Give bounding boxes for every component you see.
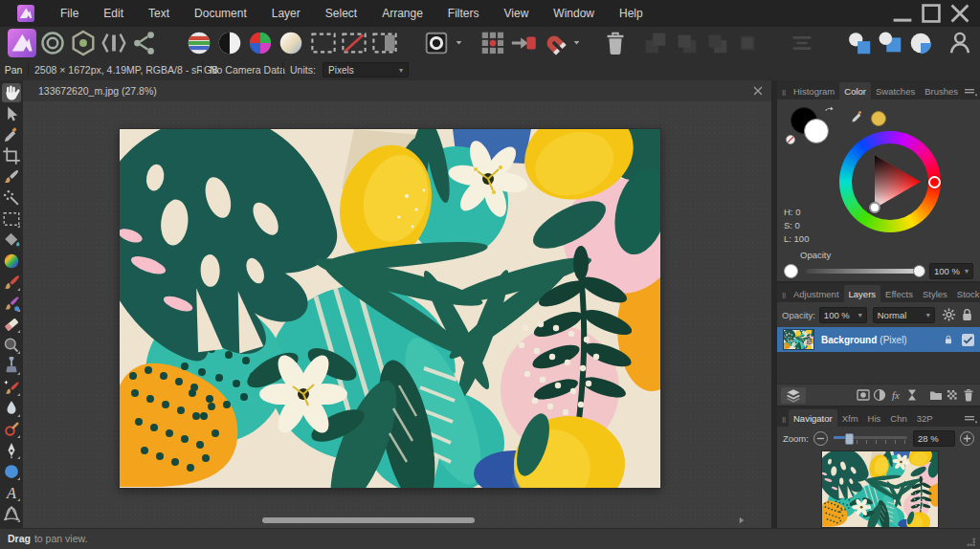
menu-document[interactable]: Document bbox=[182, 0, 259, 27]
paint-brush-tool[interactable] bbox=[2, 273, 21, 292]
crop-tool[interactable] bbox=[2, 146, 21, 165]
tab-his[interactable]: His bbox=[863, 409, 886, 427]
menu-layer[interactable]: Layer bbox=[259, 0, 313, 27]
colour-picker-tool[interactable] bbox=[2, 125, 21, 144]
snapping-button[interactable] bbox=[540, 30, 568, 55]
units-dropdown[interactable]: Pixels ▾ bbox=[323, 62, 409, 77]
tab-brushes[interactable]: Brushes bbox=[920, 82, 963, 99]
tab-navigator[interactable]: Navigator bbox=[789, 409, 837, 427]
resize-grip-icon[interactable] bbox=[964, 535, 977, 548]
tab-layers[interactable]: Layers bbox=[844, 285, 881, 302]
tab-xfm[interactable]: Xfm bbox=[837, 409, 863, 427]
menu-file[interactable]: File bbox=[48, 0, 91, 27]
blend-mode-dropdown[interactable]: Normal ▾ bbox=[873, 307, 935, 323]
saturation-triangle[interactable] bbox=[852, 143, 928, 220]
export-persona-button[interactable] bbox=[130, 30, 159, 55]
close-button[interactable] bbox=[946, 1, 974, 26]
move-tool[interactable] bbox=[2, 104, 21, 123]
menu-filters[interactable]: Filters bbox=[435, 0, 492, 27]
layer-opacity-dropdown[interactable]: 100 % ▾ bbox=[819, 307, 867, 323]
live-filter-icon[interactable] bbox=[904, 387, 920, 403]
insert-over-button[interactable] bbox=[845, 30, 874, 55]
develop-persona-button[interactable] bbox=[69, 30, 98, 55]
layer-row[interactable]: Background (Pixel) bbox=[777, 327, 980, 352]
text-tool[interactable]: A bbox=[2, 483, 21, 502]
maximize-button[interactable] bbox=[917, 1, 946, 26]
layers-stack-icon[interactable] bbox=[781, 387, 806, 404]
opacity-slider[interactable] bbox=[806, 269, 924, 274]
ellipse-tool[interactable] bbox=[2, 462, 21, 481]
menu-view[interactable]: View bbox=[492, 0, 542, 27]
tab-stock[interactable]: Stock bbox=[952, 285, 980, 302]
auto-contrast-button[interactable] bbox=[246, 30, 275, 55]
menu-window[interactable]: Window bbox=[541, 0, 607, 27]
photo-persona-button[interactable] bbox=[8, 30, 36, 55]
lock-icon[interactable] bbox=[959, 306, 975, 323]
zoom-in-button[interactable] bbox=[960, 431, 974, 446]
force-pixel-alignment-button[interactable] bbox=[509, 30, 538, 55]
tab-close-button[interactable] bbox=[751, 84, 765, 98]
swap-colors-icon[interactable] bbox=[823, 105, 836, 119]
flood-select-tool[interactable] bbox=[2, 188, 21, 208]
invert-selection-button[interactable] bbox=[370, 30, 399, 55]
colour-replacement-brush-tool[interactable] bbox=[2, 294, 21, 313]
delete-button[interactable] bbox=[601, 30, 630, 55]
no-color-swatch[interactable] bbox=[785, 134, 796, 145]
shade-selector[interactable] bbox=[869, 202, 880, 213]
scroll-right-icon[interactable] bbox=[736, 515, 747, 526]
color-wheel[interactable] bbox=[839, 131, 941, 232]
panel-grip-icon[interactable] bbox=[779, 289, 789, 302]
gradient-tool[interactable] bbox=[2, 252, 21, 271]
minimize-button[interactable] bbox=[888, 1, 917, 26]
panel-menu-icon[interactable] bbox=[963, 84, 978, 99]
auto-levels-button[interactable] bbox=[215, 30, 244, 55]
canvas[interactable] bbox=[23, 101, 771, 528]
smudge-brush-tool[interactable] bbox=[2, 420, 21, 439]
mask-layer-icon[interactable] bbox=[856, 387, 871, 403]
quick-mask-button[interactable] bbox=[422, 30, 451, 55]
eyedropper-icon[interactable] bbox=[850, 109, 865, 124]
menu-select[interactable]: Select bbox=[313, 0, 369, 27]
healing-brush-tool[interactable] bbox=[2, 378, 21, 397]
menu-arrange[interactable]: Arrange bbox=[369, 0, 435, 27]
snapping-grid-button[interactable] bbox=[479, 30, 507, 55]
tab-histogram[interactable]: Histogram bbox=[789, 82, 839, 99]
blend-ranges-icon[interactable] bbox=[945, 387, 960, 403]
opacity-value-box[interactable]: 100 % ▾ bbox=[929, 263, 973, 279]
zoom-slider[interactable] bbox=[834, 432, 907, 444]
group-layers-icon[interactable] bbox=[928, 387, 944, 403]
zoom-tool[interactable] bbox=[2, 336, 21, 355]
mesh-warp-tool[interactable] bbox=[2, 504, 21, 523]
tab-chn[interactable]: Chn bbox=[885, 409, 911, 427]
tone-mapping-persona-button[interactable] bbox=[100, 30, 128, 55]
delete-layer-icon[interactable] bbox=[961, 387, 976, 403]
opacity-slider-knob[interactable] bbox=[913, 265, 925, 277]
layer-visibility-checkbox[interactable] bbox=[962, 334, 974, 346]
quick-mask-dropdown[interactable] bbox=[453, 30, 465, 55]
pen-tool[interactable] bbox=[2, 441, 21, 460]
selection-brush-tool[interactable] bbox=[2, 167, 21, 187]
select-all-button[interactable] bbox=[309, 30, 338, 55]
menu-text[interactable]: Text bbox=[136, 0, 182, 27]
deselect-button[interactable] bbox=[340, 30, 368, 55]
hue-selector[interactable] bbox=[928, 176, 941, 188]
liquify-persona-button[interactable] bbox=[38, 30, 67, 55]
flood-fill-tool[interactable] bbox=[2, 231, 21, 250]
layer-lock-icon[interactable] bbox=[943, 334, 954, 345]
blur-brush-tool[interactable] bbox=[2, 399, 21, 418]
menu-edit[interactable]: Edit bbox=[91, 0, 136, 27]
gear-icon[interactable] bbox=[941, 306, 957, 323]
navigator-preview[interactable] bbox=[821, 450, 939, 528]
horizontal-scrollbar[interactable] bbox=[262, 517, 475, 523]
layer-effects-icon[interactable]: fx bbox=[888, 387, 903, 403]
menu-help[interactable]: Help bbox=[607, 0, 656, 27]
marquee-tool[interactable] bbox=[2, 209, 21, 229]
erase-brush-tool[interactable] bbox=[2, 315, 21, 334]
tab-swatches[interactable]: Swatches bbox=[871, 82, 920, 99]
insert-behind-button[interactable] bbox=[906, 30, 935, 55]
adjustment-layer-icon[interactable] bbox=[872, 387, 887, 403]
picked-color-swatch[interactable] bbox=[871, 111, 886, 126]
zoom-slider-thumb[interactable] bbox=[845, 433, 854, 445]
insert-inside-button[interactable] bbox=[876, 30, 904, 55]
account-button[interactable] bbox=[946, 30, 974, 55]
